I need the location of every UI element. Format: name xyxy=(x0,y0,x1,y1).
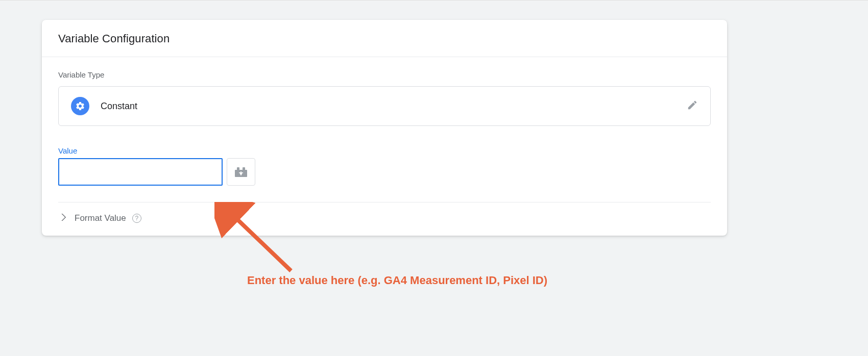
svg-rect-1 xyxy=(237,167,239,170)
brick-icon xyxy=(234,166,248,177)
svg-rect-5 xyxy=(240,171,242,175)
value-input[interactable] xyxy=(58,158,223,186)
card-body: Variable Type Constant Value xyxy=(42,57,727,236)
variable-type-row[interactable]: Constant xyxy=(58,86,711,126)
variable-type-name: Constant xyxy=(101,101,137,112)
value-label: Value xyxy=(58,146,711,155)
edit-icon[interactable] xyxy=(687,99,698,113)
value-row xyxy=(58,158,711,186)
variable-type-left: Constant xyxy=(71,97,137,115)
help-icon[interactable]: ? xyxy=(132,214,141,223)
chevron-right-icon xyxy=(61,213,66,223)
variable-type-label: Variable Type xyxy=(58,70,711,79)
gear-icon xyxy=(71,97,89,115)
svg-rect-2 xyxy=(243,167,245,170)
card-title: Variable Configuration xyxy=(58,32,711,45)
format-value-row[interactable]: Format Value ? xyxy=(58,202,711,236)
annotation-text: Enter the value here (e.g. GA4 Measureme… xyxy=(247,274,547,287)
format-value-label: Format Value xyxy=(75,213,126,223)
variable-config-card: Variable Configuration Variable Type Con… xyxy=(42,20,727,236)
card-header: Variable Configuration xyxy=(42,20,727,57)
variable-picker-button[interactable] xyxy=(227,158,255,186)
